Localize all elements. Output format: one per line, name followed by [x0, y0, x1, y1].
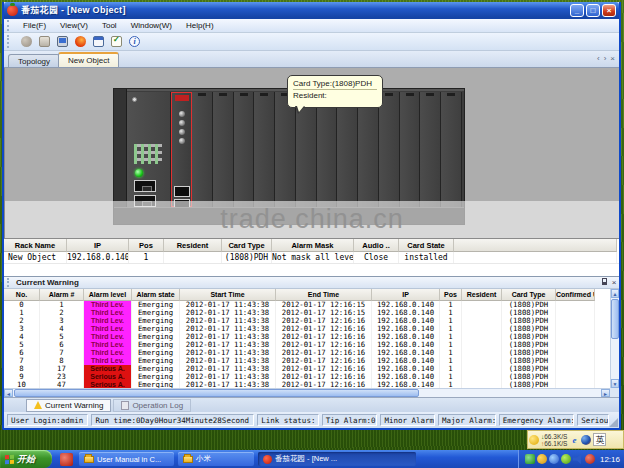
column-header[interactable]: Alarm state	[132, 289, 180, 301]
column-header[interactable]	[454, 239, 617, 252]
empty-slot[interactable]	[358, 92, 379, 207]
table-row[interactable]: 12Third Lev.Emerging2012-01-17 11:43:382…	[4, 309, 619, 317]
column-header[interactable]: IP	[67, 239, 129, 252]
taskbar-item-user-manual[interactable]: User Manual in C...	[79, 452, 174, 466]
menu-window[interactable]: Window(W)	[124, 20, 179, 31]
empty-slot[interactable]	[275, 92, 296, 207]
info-icon[interactable]: i	[127, 35, 142, 49]
start-button[interactable]: 开始	[0, 450, 52, 468]
empty-slot[interactable]	[379, 92, 400, 207]
tab-current-warning[interactable]: Current Warning	[26, 399, 111, 412]
horizontal-scrollbar[interactable]: ◄ ►	[4, 388, 610, 397]
computer-icon[interactable]	[55, 35, 70, 49]
horizontal-scroll-thumb[interactable]	[14, 389, 419, 397]
panel-close-icon[interactable]: ×	[609, 278, 619, 288]
tray-icon-volume[interactable]	[573, 454, 583, 464]
empty-slot[interactable]	[213, 92, 234, 207]
menu-tool[interactable]: Tool	[95, 20, 124, 31]
column-header[interactable]: Alarm level	[84, 289, 132, 301]
maximize-button[interactable]: □	[586, 4, 600, 17]
table-row[interactable]: 23Third Lev.Emerging2012-01-17 11:43:382…	[4, 317, 619, 325]
tray-icon-updates[interactable]	[561, 454, 571, 464]
tab-new-object[interactable]: New Object	[58, 52, 119, 67]
column-header[interactable]: Pos	[129, 239, 164, 252]
tray-icon-messenger[interactable]	[549, 454, 559, 464]
table-cell: 2012-01-17 12:16:16	[276, 349, 372, 357]
scroll-right-icon[interactable]: ►	[601, 389, 610, 397]
scroll-down-icon[interactable]: ▼	[611, 379, 619, 388]
tab-close-icon[interactable]: ×	[610, 54, 615, 63]
browser-icon[interactable]: e	[569, 435, 579, 445]
globe-icon[interactable]	[581, 435, 591, 445]
tab-scroll-right-icon[interactable]: ›	[604, 54, 607, 63]
empty-slot[interactable]	[441, 92, 462, 207]
empty-slot[interactable]	[317, 92, 338, 207]
close-button[interactable]: ×	[602, 4, 616, 17]
table-row[interactable]: 817Serious A.Emerging2012-01-17 11:43:38…	[4, 365, 619, 373]
empty-slot[interactable]	[420, 92, 441, 207]
record-disabled-icon[interactable]	[19, 35, 34, 49]
table-cell: 1	[129, 252, 164, 263]
column-header[interactable]: Alarm #	[40, 289, 84, 301]
table-row[interactable]: 45Third Lev.Emerging2012-01-17 11:43:382…	[4, 333, 619, 341]
quick-launch-icon[interactable]	[60, 453, 73, 466]
slot-selected-pdh-card[interactable]	[171, 92, 192, 207]
table-row[interactable]: 67Third Lev.Emerging2012-01-17 11:43:382…	[4, 349, 619, 357]
column-header[interactable]: Card Type	[502, 289, 556, 301]
menu-file[interactable]: File(F)	[16, 20, 53, 31]
ime-language-indicator[interactable]: 英	[593, 433, 606, 446]
column-header[interactable]: Pos	[440, 289, 462, 301]
column-header[interactable]: Card Type	[222, 239, 272, 252]
column-header[interactable]: Confirmed User	[556, 289, 595, 301]
taskbar-clock[interactable]: 12:16	[600, 455, 620, 464]
column-header[interactable]: Rack Name	[4, 239, 67, 252]
tray-icon-green[interactable]	[525, 454, 535, 464]
menu-view[interactable]: View(V)	[53, 20, 95, 31]
table-row[interactable]: New Object192.168.0.1401(1808)PDHNot mas…	[4, 252, 619, 264]
tab-scroll-left-icon[interactable]: ‹	[597, 54, 600, 63]
scroll-up-icon[interactable]: ▲	[611, 289, 619, 298]
column-header[interactable]: Alarm Mask	[272, 239, 354, 252]
column-header[interactable]: Card State	[399, 239, 454, 252]
tab-operation-log[interactable]: Operation Log	[113, 399, 191, 412]
column-header[interactable]: Resident	[164, 239, 222, 252]
taskbar-item-app-active[interactable]: 番茄花园 - [New ...	[258, 452, 416, 466]
column-header[interactable]: Start Time	[180, 289, 276, 301]
table-row[interactable]: 01Third Lev.Emerging2012-01-17 11:43:382…	[4, 301, 619, 309]
column-header[interactable]: Audio ..	[354, 239, 399, 252]
table-cell: Third Lev.	[84, 317, 132, 325]
resize-grip[interactable]	[609, 418, 618, 427]
pin-icon[interactable]	[599, 278, 609, 288]
column-header[interactable]: IP	[372, 289, 440, 301]
comet-icon[interactable]	[73, 35, 88, 49]
table-row[interactable]: 923Serious A.Emerging2012-01-17 11:43:38…	[4, 373, 619, 381]
empty-slot[interactable]	[337, 92, 358, 207]
minimize-button[interactable]: _	[570, 4, 584, 17]
watermark-text: trade.china.cn	[220, 204, 404, 235]
table-cell: 192.168.0.140	[372, 373, 440, 381]
taskbar-item-folder[interactable]: 小米	[178, 452, 254, 466]
table-row[interactable]: 78Third Lev.Emerging2012-01-17 11:43:382…	[4, 357, 619, 365]
vertical-scrollbar[interactable]: ▲ ▼	[610, 289, 619, 388]
table-row[interactable]: 56Third Lev.Emerging2012-01-17 11:43:382…	[4, 341, 619, 349]
column-header[interactable]: No.	[4, 289, 40, 301]
vertical-scroll-thumb[interactable]	[611, 299, 619, 339]
window-layout-icon[interactable]	[91, 35, 106, 49]
slot-power-card[interactable]	[127, 92, 171, 207]
tray-icon-coin[interactable]	[537, 454, 547, 464]
empty-slot[interactable]	[400, 92, 421, 207]
log-note-icon[interactable]	[109, 35, 124, 49]
scroll-left-icon[interactable]: ◄	[4, 389, 13, 397]
coin-icon[interactable]	[529, 435, 539, 445]
empty-slot[interactable]	[192, 92, 213, 207]
empty-slot[interactable]	[254, 92, 275, 207]
table-row[interactable]: 34Third Lev.Emerging2012-01-17 11:43:382…	[4, 325, 619, 333]
menu-help[interactable]: Help(H)	[179, 20, 221, 31]
column-header[interactable]: End Time	[276, 289, 372, 301]
tab-topology[interactable]: Topology	[8, 54, 60, 67]
column-header[interactable]: Resident	[462, 289, 502, 301]
table-cell: 3	[4, 325, 40, 333]
empty-slot[interactable]	[234, 92, 255, 207]
save-disabled-icon[interactable]	[37, 35, 52, 49]
tray-icon-security[interactable]	[585, 454, 595, 464]
